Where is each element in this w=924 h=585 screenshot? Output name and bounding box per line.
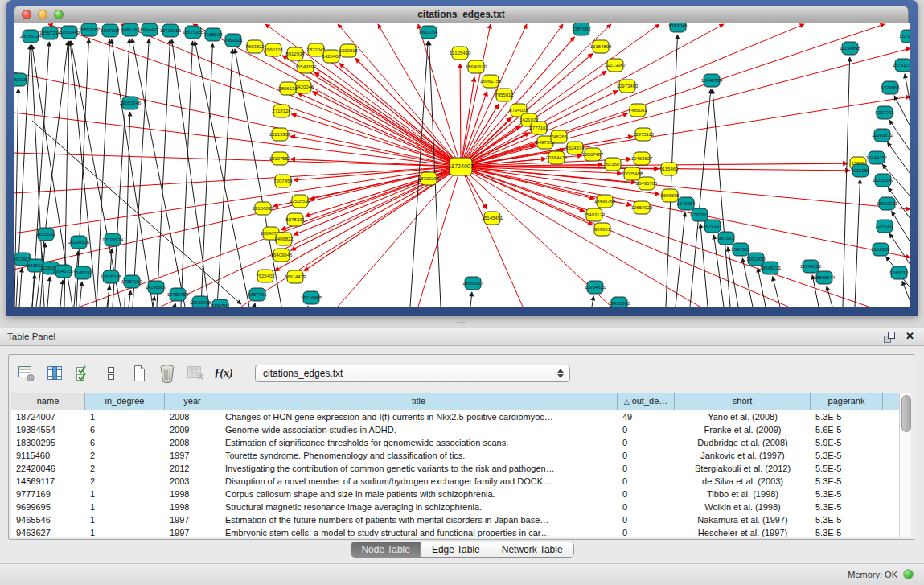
graph-node[interactable]: 7485063 [628,104,647,117]
graph-node[interactable]: 18724007 [448,158,473,175]
graph-node[interactable]: 9777169 [529,122,548,134]
column-header-year[interactable]: year [165,393,220,410]
graph-node[interactable]: 15493123 [584,208,606,221]
graph-node[interactable]: 2387682 [572,23,591,35]
minimize-window-button[interactable] [38,10,47,19]
table-row[interactable]: 911546021997Tourette syndrome. Phenomeno… [11,449,901,462]
graph-node[interactable]: 7663822 [245,40,265,53]
graph-node[interactable]: 8183046 [668,23,688,32]
graph-node[interactable]: 12093872 [872,129,893,142]
citation-edge[interactable] [461,167,850,171]
graph-node[interactable]: 7207454 [273,175,293,187]
graph-node[interactable]: 1145191 [74,266,93,279]
citation-edge[interactable] [461,167,585,212]
function-builder-icon[interactable]: ƒ(x) [214,364,233,383]
column-header-short[interactable]: short [675,393,811,410]
reference-edge[interactable] [60,280,63,307]
window-titlebar[interactable]: citations_edges.txt [14,6,909,23]
graph-node[interactable]: 10973493 [617,80,639,93]
table-vertical-scrollbar[interactable] [899,393,911,537]
graph-node[interactable]: 9329966 [881,81,900,94]
graph-node[interactable]: 16154808 [590,40,612,53]
graph-node[interactable]: 909651 [594,223,611,236]
graph-node[interactable]: 62160 [605,158,621,171]
reference-edge[interactable] [887,142,910,174]
graph-node[interactable]: 1121509 [872,243,891,256]
graph-node[interactable]: 18495764 [594,195,616,208]
table-row[interactable]: 977716911998Corpus callosum shape and si… [11,488,901,501]
graph-node[interactable]: 1527607 [101,24,120,37]
graph-node[interactable]: 9196591 [211,299,230,307]
table-row[interactable]: 946554611997Estimation of the future num… [11,513,901,526]
citation-edge[interactable] [314,72,461,167]
graph-node[interactable]: 14195807 [146,281,167,294]
graph-node[interactable]: 12444151 [866,151,888,164]
table-mode-icon[interactable] [17,364,36,383]
reference-edge[interactable] [97,39,109,307]
citation-edge[interactable] [290,159,461,167]
graph-node[interactable]: 11154898 [840,42,860,55]
reference-edge[interactable] [153,296,154,307]
graph-node[interactable]: 18806544 [814,271,836,284]
graph-node[interactable]: 8904437 [140,23,159,36]
graph-node[interactable]: 19166827 [253,202,274,215]
reference-edge[interactable] [19,268,22,307]
new-document-icon[interactable] [129,364,149,383]
graph-node[interactable]: 8912934 [285,47,305,60]
graph-node[interactable]: 8679197 [703,220,722,233]
graph-node[interactable]: 7625402 [256,270,275,282]
graph-node[interactable]: 1694522 [731,243,750,256]
graph-node[interactable]: 2053105 [14,73,28,86]
graph-node[interactable]: 18640910 [466,60,487,73]
graph-node[interactable]: 8813054 [419,26,438,39]
graph-node[interactable]: 17339924 [102,233,124,246]
table-select-combobox[interactable]: citations_edges.txt [255,365,570,382]
graph-node[interactable]: 6791931 [690,208,709,221]
row-height-icon[interactable] [101,364,121,383]
graph-node[interactable]: 15751074 [893,59,910,72]
reference-edge[interactable] [714,235,724,307]
graph-node[interactable]: 10954821 [585,281,606,294]
graph-node[interactable]: 16945221 [760,262,782,274]
reference-edge[interactable] [700,224,708,307]
close-panel-icon[interactable]: ✕ [906,330,914,342]
graph-node[interactable]: 9699695 [660,189,680,202]
citation-edge[interactable] [460,64,461,167]
graph-node[interactable]: 1499822 [274,233,294,245]
graph-node[interactable]: 7915524 [203,28,223,41]
graph-node[interactable]: 1575107 [899,30,910,43]
citation-edge[interactable] [298,93,461,167]
graph-node[interactable]: 16543892 [295,60,317,73]
graph-node[interactable]: 19654923 [631,201,653,214]
graph-node[interactable]: 15145451 [482,212,503,225]
close-window-button[interactable] [22,10,31,19]
graph-node[interactable]: 9115460 [660,163,680,175]
graph-node[interactable]: 20206536 [68,236,90,249]
column-header-outde[interactable]: △out_de… [618,393,675,410]
reference-edge[interactable] [905,74,910,104]
graph-node[interactable]: 9215955 [851,164,870,177]
graph-node[interactable]: 2200818 [339,44,358,57]
column-header-title[interactable]: title [220,393,618,410]
graph-node[interactable]: 10945022 [800,260,822,273]
graph-node[interactable]: 15716485 [301,291,322,304]
graph-node[interactable]: 16648784 [701,74,723,87]
graph-node[interactable]: 18107552 [269,152,291,165]
table-row[interactable]: 1830029562008Estimation of significance … [11,436,901,449]
graph-node[interactable]: 8878334 [285,213,305,226]
table-row[interactable]: 946362711997Embryonic stem cells: a mode… [11,526,901,537]
table-row[interactable]: 1938455462009Genome-wide association stu… [11,423,901,436]
reference-edge[interactable] [892,211,910,242]
reference-edge[interactable] [470,292,472,307]
graph-node[interactable]: 16782753 [167,288,189,301]
graph-node[interactable]: 1640954 [676,197,696,210]
graph-node[interactable]: 9245012 [889,266,909,279]
reference-edge[interactable] [843,57,850,307]
delete-trash-icon[interactable] [158,364,177,383]
zoom-window-button[interactable] [54,10,64,19]
show-column-icon[interactable] [45,364,64,383]
reference-edge[interactable] [80,282,82,307]
reference-edge[interactable] [894,96,910,126]
graph-node[interactable]: 13535593 [290,195,311,208]
network-canvas[interactable]: 1872400718300295131254191864091016961758… [14,23,910,307]
